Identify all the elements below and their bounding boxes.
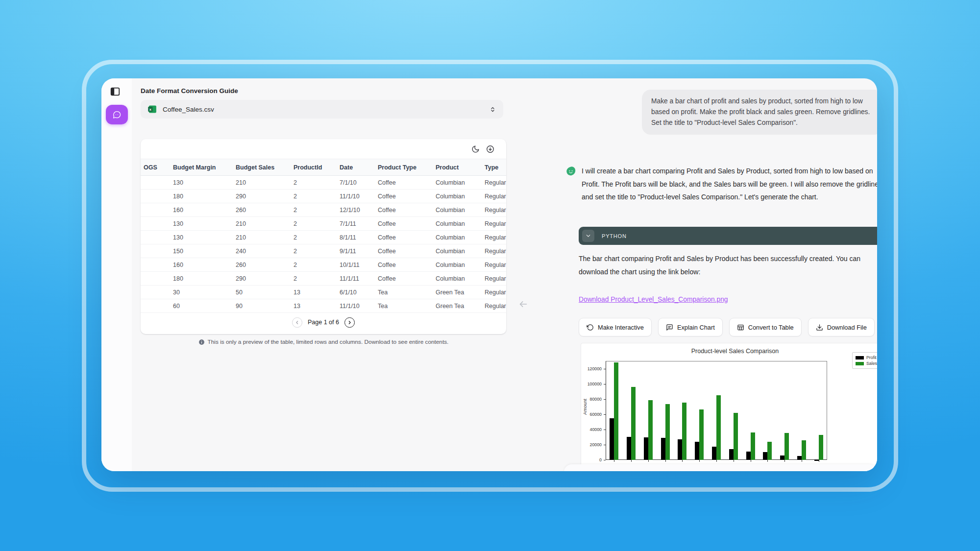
table-cell: Columbian xyxy=(429,258,478,272)
table-cell: 11/1/10 xyxy=(333,190,371,203)
column-header: OGS xyxy=(141,159,166,176)
chat-bubble-icon xyxy=(112,110,122,120)
preview-note: This is only a preview of the table, lim… xyxy=(141,338,506,345)
table-cell: 260 xyxy=(229,258,287,272)
table-cell: 6/1/10 xyxy=(333,286,371,299)
bar-profit xyxy=(797,456,802,460)
table-cell: 290 xyxy=(229,190,287,203)
page-indicator: Page 1 of 6 xyxy=(308,319,339,326)
collapse-panel-arrow-icon[interactable] xyxy=(518,299,529,310)
table-row: 13021027/1/10CoffeeColumbianRegular xyxy=(141,176,506,190)
assistant-message: I will create a bar chart comparing Prof… xyxy=(565,165,877,204)
table-cell: 7/1/11 xyxy=(333,217,371,231)
bar-sales xyxy=(734,413,738,460)
bar-sales xyxy=(802,440,806,460)
x-tick-mark xyxy=(767,460,768,462)
y-tick-mark xyxy=(604,384,606,384)
table-cell xyxy=(141,176,166,190)
table-cell: 8/1/11 xyxy=(333,231,371,244)
sidebar-item-chat[interactable] xyxy=(106,105,128,124)
action-make-interactive-button[interactable]: Make Interactive xyxy=(579,318,652,336)
assistant-message-text: I will create a bar chart comparing Prof… xyxy=(582,165,877,204)
table-cell: Coffee xyxy=(371,272,429,286)
table-cell xyxy=(141,299,166,313)
table-cell: Coffee xyxy=(371,217,429,231)
chevron-right-icon xyxy=(347,320,352,325)
action-convert-to-table-button[interactable]: Convert to Table xyxy=(729,318,802,336)
app-window: Date Format Conversion Guide x Coffee_Sa… xyxy=(101,78,877,471)
info-icon xyxy=(198,339,205,345)
action-label: Make Interactive xyxy=(598,324,644,331)
bar-sales xyxy=(614,362,618,460)
bar-profit xyxy=(678,439,682,460)
action-download-file-button[interactable]: Download File xyxy=(808,318,875,336)
download-chart-link[interactable]: Download Product_Level_Sales_Comparison.… xyxy=(579,296,728,303)
y-tick-mark xyxy=(604,414,606,415)
table-cell: 210 xyxy=(229,176,287,190)
legend-entry: Sales xyxy=(856,360,877,366)
file-name: Coffee_Sales.csv xyxy=(163,106,214,113)
code-collapse-button[interactable] xyxy=(582,230,594,242)
dark-mode-moon-icon[interactable] xyxy=(471,145,480,153)
code-block-header[interactable]: PYTHON xyxy=(579,227,877,245)
file-selector[interactable]: x Coffee_Sales.csv xyxy=(141,100,503,119)
table-cell xyxy=(141,272,166,286)
table-row: 3050136/1/10TeaGreen TeaRegular xyxy=(141,286,506,299)
table-cell: Tea xyxy=(371,286,429,299)
y-tick-mark xyxy=(604,430,606,430)
x-tick-mark xyxy=(631,460,632,462)
column-header: Type xyxy=(478,159,506,176)
chat-input-partial[interactable] xyxy=(564,464,877,471)
column-header: ProductId xyxy=(287,159,333,176)
table-cell: 130 xyxy=(166,231,229,244)
chevrons-up-down-icon xyxy=(489,106,496,113)
x-tick-mark xyxy=(699,460,700,462)
x-tick-mark xyxy=(784,460,785,462)
table-cell: Coffee xyxy=(371,203,429,217)
table-body: 13021027/1/10CoffeeColumbianRegular18029… xyxy=(141,176,506,313)
bar-sales xyxy=(819,435,823,460)
chevron-down-icon xyxy=(585,233,591,239)
download-circle-icon[interactable] xyxy=(486,145,494,153)
y-tick-mark xyxy=(604,445,606,445)
table-cell: 90 xyxy=(229,299,287,313)
table-cell: Regular xyxy=(478,286,506,299)
action-label: Convert to Table xyxy=(748,324,794,331)
make-interactive-icon xyxy=(587,324,594,331)
y-tick-label: 20000 xyxy=(582,442,602,447)
y-tick-label: 80000 xyxy=(582,397,602,402)
table-cell: 180 xyxy=(166,272,229,286)
bar-sales xyxy=(665,404,670,460)
y-tick-mark xyxy=(604,369,606,369)
next-page-button[interactable] xyxy=(344,317,355,328)
table-cell: Regular xyxy=(478,231,506,244)
prev-page-button[interactable] xyxy=(292,317,302,328)
bar-profit xyxy=(763,452,767,460)
convert-to-table-icon xyxy=(737,324,744,331)
legend-entry: Profit xyxy=(856,355,877,360)
legend-swatch xyxy=(856,356,864,359)
table-cell: Coffee xyxy=(371,244,429,258)
chart-ylabel: Amount xyxy=(582,390,588,424)
y-tick-label: 100000 xyxy=(582,382,602,386)
table-row: 60901311/1/10TeaGreen TeaRegular xyxy=(141,299,506,313)
table-cell: Coffee xyxy=(371,231,429,244)
action-explain-chart-button[interactable]: Explain Chart xyxy=(658,318,723,336)
table-cell xyxy=(141,286,166,299)
x-tick-mark xyxy=(648,460,649,462)
table-cell: 2 xyxy=(287,272,333,286)
sidebar-toggle-icon[interactable] xyxy=(110,86,121,97)
table-cell: Tea xyxy=(371,299,429,313)
chart-card: Product-level Sales Comparison Amount 02… xyxy=(581,343,877,471)
bar-profit xyxy=(780,455,784,460)
table-cell: 11/1/10 xyxy=(333,299,371,313)
table-cell: Columbian xyxy=(429,217,478,231)
table-cell: Columbian xyxy=(429,231,478,244)
legend-label: Profit xyxy=(866,355,877,360)
table-cell: Columbian xyxy=(429,244,478,258)
table-cell xyxy=(141,231,166,244)
table-cell: Regular xyxy=(478,244,506,258)
table-cell xyxy=(141,190,166,203)
table-cell xyxy=(141,258,166,272)
chevron-left-icon xyxy=(294,320,300,325)
